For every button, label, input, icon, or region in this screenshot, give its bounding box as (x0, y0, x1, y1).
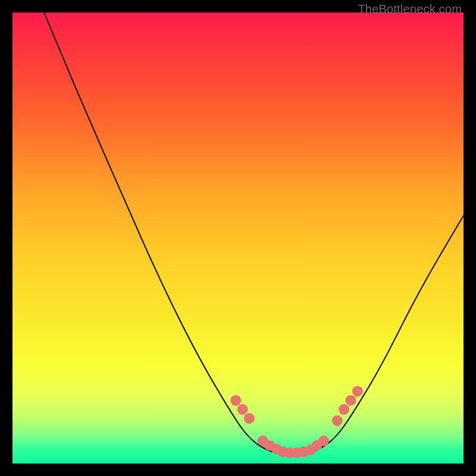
watermark-text: TheBottleneck.com (358, 2, 462, 16)
highlight-dots-group (230, 386, 363, 458)
chart-svg (12, 12, 464, 464)
highlight-dot (244, 413, 255, 424)
highlight-dot (237, 404, 248, 415)
chart-frame: TheBottleneck.com (0, 0, 476, 476)
highlight-dot (352, 386, 363, 397)
highlight-dot (230, 395, 241, 406)
highlight-dot (346, 395, 356, 406)
highlight-dot (332, 415, 343, 426)
bottleneck-curve (44, 12, 464, 455)
highlight-dot (339, 404, 349, 415)
plot-area (12, 12, 464, 464)
highlight-dot (318, 436, 329, 446)
